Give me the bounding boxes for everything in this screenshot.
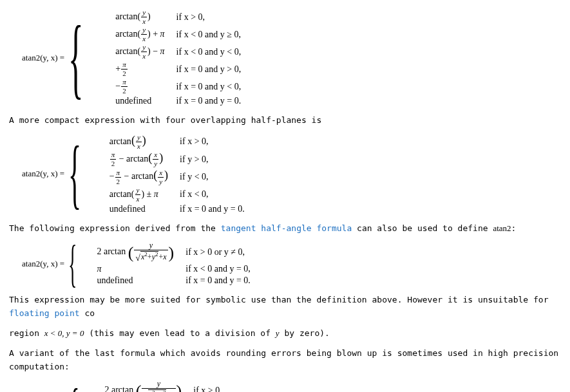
case-cond: if x < 0 and y = 0, <box>185 264 251 274</box>
case-expr: undefined <box>97 275 174 286</box>
case-expr: −π2 − arctan(xy) <box>109 169 168 185</box>
text: can also be used to define <box>352 223 493 233</box>
case-expr: arctan(yx) ± π <box>109 187 168 203</box>
paragraph: The following expression derived from th… <box>9 222 561 236</box>
atan2-definition-halfplanes: atan2(y, x) = { arctan(yx) if x > 0, π2 … <box>22 134 561 214</box>
code: atan2 <box>493 223 511 233</box>
case-expr: arctan(yx) <box>109 134 168 150</box>
atan2-definition-primary: atan2(y, x) = { arctan(yx) if x > 0, arc… <box>22 9 561 106</box>
cases: arctan(yx) if x > 0, arctan(yx) + π if x… <box>115 9 241 106</box>
floating-point-link[interactable]: floating point <box>9 308 80 318</box>
atan2-definition-highprecision: atan2(y, x) = { 2 arctan (y√x2+y2+x) if … <box>22 380 561 392</box>
tangent-half-angle-link[interactable]: tangent half-angle formula <box>221 223 352 233</box>
case-expr: +π2 <box>115 61 164 77</box>
atan2-definition-halfangle: atan2(y, x) = { 2 arctan (y√x2+y2+x) if … <box>22 241 561 286</box>
text: This expression may be more suited for s… <box>9 295 548 304</box>
left-brace-icon: { <box>68 243 77 285</box>
paragraph: A variant of the last formula which avoi… <box>9 347 561 374</box>
text: The following expression derived from th… <box>9 223 221 233</box>
text: : <box>511 223 517 233</box>
case-cond: if x > 0 or y ≠ 0, <box>185 247 251 257</box>
case-expr: π <box>97 264 174 274</box>
case-cond: if x < 0 and y < 0, <box>176 47 242 57</box>
case-cond: if x = 0 and y = 0. <box>185 275 251 286</box>
case-expr: −π2 <box>115 79 164 95</box>
case-cond: if x = 0 and y = 0. <box>180 204 245 214</box>
math-inline: x < 0, y = 0 <box>44 328 84 338</box>
case-cond: if x > 0, <box>180 136 245 147</box>
case-expr: 2 arctan (y√x2+y2+x) <box>104 380 182 392</box>
case-expr: 2 arctan (y√x2+y2+x) <box>97 241 174 263</box>
case-cond: if x < 0 and y ≥ 0, <box>176 30 242 40</box>
case-expr: arctan(yx) + π <box>115 26 164 42</box>
case-cond: if x = 0 and y < 0, <box>176 82 242 92</box>
left-brace-icon: { <box>68 386 80 392</box>
case-cond: if y > 0, <box>180 154 245 165</box>
paragraph: This expression may be more suited for s… <box>9 294 561 321</box>
case-expr: undefined <box>109 204 168 214</box>
text: region <box>9 328 44 338</box>
lhs: atan2(y, x) = <box>22 259 64 269</box>
paragraph: A more compact expression with four over… <box>9 114 561 127</box>
case-expr: undefined <box>115 96 164 106</box>
case-cond: if x < 0, <box>180 189 245 200</box>
left-brace-icon: { <box>68 142 81 205</box>
cases: 2 arctan (y√x2+y2+x) if x > 0 or y ≠ 0, … <box>97 241 250 286</box>
text: by zero). <box>280 328 330 338</box>
case-expr: π2 − arctan(xy) <box>109 151 168 167</box>
case-expr: arctan(yx) <box>115 9 164 25</box>
case-cond: if y < 0, <box>180 172 245 182</box>
case-cond: if x > 0, <box>193 386 258 392</box>
paragraph: region x < 0, y = 0 (this may even lead … <box>9 327 561 341</box>
lhs: atan2(y, x) = <box>22 53 64 63</box>
cases: 2 arctan (y√x2+y2+x) if x > 0, 2 arctan … <box>104 380 258 392</box>
cases: arctan(yx) if x > 0, π2 − arctan(xy) if … <box>109 134 245 214</box>
case-cond: if x > 0, <box>176 12 242 23</box>
lhs: atan2(y, x) = <box>22 169 64 179</box>
case-cond: if x = 0 and y > 0, <box>176 64 242 75</box>
case-expr: arctan(yx) − π <box>115 44 164 60</box>
text: (this may even lead to a division of <box>84 328 275 338</box>
text: co <box>80 308 95 318</box>
case-cond: if x = 0 and y = 0. <box>176 96 242 106</box>
left-brace-icon: { <box>68 21 84 95</box>
